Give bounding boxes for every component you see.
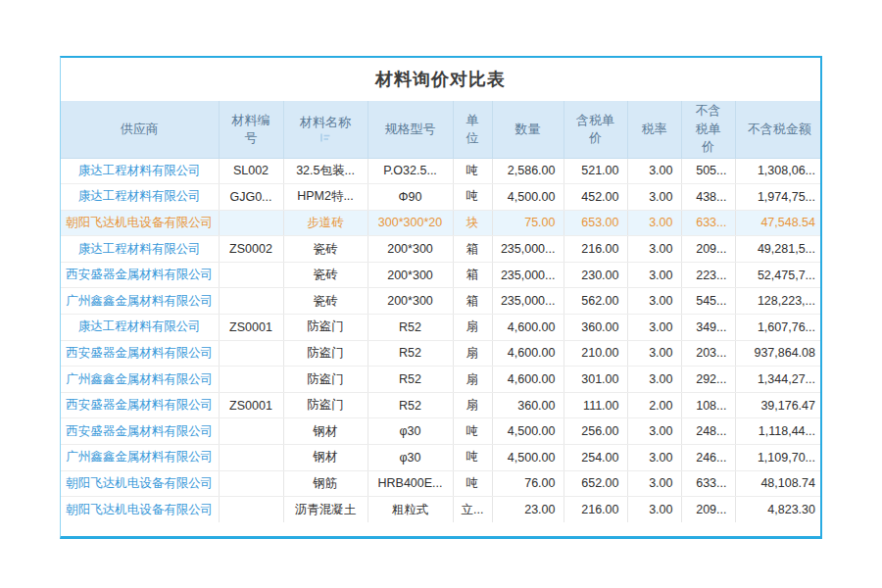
column-header-label: 供应商 — [121, 121, 159, 138]
table-header: 供应商材料编号材料名称规格型号单位数量含税单价税率不含税单价不含税金额 — [61, 101, 822, 158]
column-header-code: 材料编号 — [219, 101, 283, 158]
cell-price: 111.00 — [564, 392, 627, 418]
column-header-net_price: 不含税单价 — [681, 101, 735, 158]
table-row: 康达工程材料有限公司SL00232.5包装...P.O32.5...吨2,586… — [61, 158, 822, 184]
table-row: 康达工程材料有限公司ZS0001防盗门R52扇4,600.00360.003.0… — [61, 315, 822, 341]
cell-qty: 235,000... — [492, 288, 564, 315]
column-header-qty: 数量 — [492, 101, 564, 158]
cell-spec: Φ90 — [368, 184, 453, 211]
cell-name: 瓷砖 — [283, 288, 368, 315]
cell-spec: R52 — [368, 315, 453, 341]
table-row: 朝阳飞达机电设备有限公司步道砖300*300*20块75.00653.003.0… — [61, 210, 822, 236]
column-header-label: 材料编号 — [229, 112, 273, 147]
cell-spec: φ30 — [368, 418, 453, 445]
cell-net_price: 246... — [681, 445, 735, 471]
cell-unit: 扇 — [453, 315, 492, 341]
cell-unit: 箱 — [453, 262, 492, 288]
cell-code — [219, 340, 283, 367]
cell-name: HPM2特... — [283, 184, 368, 211]
cell-qty: 235,000... — [492, 236, 564, 263]
cell-tax: 3.00 — [627, 184, 681, 211]
cell-code — [219, 288, 283, 315]
column-header-tax: 税率 — [627, 101, 681, 158]
cell-code: SL002 — [219, 158, 283, 184]
cell-price: 216.00 — [564, 236, 627, 263]
cell-name: 沥青混凝土 — [283, 497, 368, 523]
column-header-name[interactable]: 材料名称 — [283, 101, 368, 158]
cell-price: 216.00 — [564, 497, 627, 523]
cell-name: 防盗门 — [283, 340, 368, 367]
column-header-price: 含税单价 — [564, 101, 627, 158]
supplier-link[interactable]: 西安盛器金属材料有限公司 — [61, 340, 219, 367]
cell-net_price: 505... — [681, 158, 735, 184]
cell-net_price: 209... — [681, 497, 735, 523]
cell-unit: 扇 — [453, 392, 492, 418]
cell-net_price: 203... — [681, 340, 735, 367]
supplier-link[interactable]: 西安盛器金属材料有限公司 — [61, 418, 219, 445]
cell-net_price: 209... — [681, 236, 735, 263]
supplier-link[interactable]: 朝阳飞达机电设备有限公司 — [61, 470, 219, 497]
cell-name: 钢材 — [283, 445, 368, 471]
table-row: 康达工程材料有限公司ZS0002瓷砖200*300箱235,000...216.… — [61, 236, 822, 263]
supplier-link[interactable]: 康达工程材料有限公司 — [61, 315, 219, 341]
table-row: 西安盛器金属材料有限公司ZS0001防盗门R52扇360.00111.002.0… — [61, 392, 822, 418]
cell-unit: 块 — [453, 210, 492, 236]
column-header-label: 税率 — [642, 121, 667, 138]
cell-tax: 3.00 — [627, 288, 681, 315]
cell-spec: R52 — [368, 367, 453, 393]
cell-code — [219, 497, 283, 523]
cell-qty: 23.00 — [492, 497, 564, 523]
cell-unit: 吨 — [453, 418, 492, 445]
cell-net_amount: 937,864.08 — [735, 340, 822, 367]
cell-qty: 4,500.00 — [492, 445, 564, 471]
cell-qty: 2,586.00 — [492, 158, 564, 184]
cell-qty: 76.00 — [492, 470, 564, 497]
cell-tax: 3.00 — [627, 236, 681, 263]
cell-net_price: 248... — [681, 418, 735, 445]
column-header-label: 材料名称 — [300, 114, 351, 131]
sort-icon[interactable] — [294, 132, 358, 144]
column-header-label: 单位 — [464, 112, 482, 147]
cell-code — [219, 470, 283, 497]
cell-tax: 3.00 — [627, 340, 681, 367]
cell-spec: 粗粒式 — [368, 497, 453, 523]
cell-tax: 3.00 — [627, 470, 681, 497]
supplier-link[interactable]: 康达工程材料有限公司 — [61, 158, 219, 184]
cell-unit: 吨 — [453, 184, 492, 211]
cell-name: 防盗门 — [283, 392, 368, 418]
column-header-label: 规格型号 — [385, 121, 436, 138]
cell-net_price: 108... — [681, 392, 735, 418]
supplier-link[interactable]: 广州鑫鑫金属材料有限公司 — [61, 288, 219, 315]
cell-net_amount: 47,548.54 — [735, 210, 822, 236]
supplier-link[interactable]: 广州鑫鑫金属材料有限公司 — [61, 445, 219, 471]
table-row: 广州鑫鑫金属材料有限公司防盗门R52扇4,600.00301.003.00292… — [61, 367, 822, 393]
column-header-label: 数量 — [515, 121, 541, 138]
cell-unit: 箱 — [453, 236, 492, 263]
supplier-link[interactable]: 广州鑫鑫金属材料有限公司 — [61, 367, 219, 393]
supplier-link[interactable]: 朝阳飞达机电设备有限公司 — [61, 497, 219, 523]
cell-price: 360.00 — [564, 315, 627, 341]
cell-spec: HRB400E... — [368, 470, 453, 497]
inquiry-comparison-panel: 材料询价对比表 供应商材料编号材料名称规格型号单位数量含税单价税率不含税单价不含… — [60, 56, 822, 539]
cell-net_amount: 39,176.47 — [735, 392, 822, 418]
supplier-link[interactable]: 西安盛器金属材料有限公司 — [61, 262, 219, 288]
cell-net_price: 438... — [681, 184, 735, 211]
cell-spec: 300*300*20 — [368, 210, 453, 236]
cell-tax: 3.00 — [627, 210, 681, 236]
supplier-link[interactable]: 康达工程材料有限公司 — [61, 184, 219, 211]
inquiry-table: 供应商材料编号材料名称规格型号单位数量含税单价税率不含税单价不含税金额 康达工程… — [61, 101, 822, 522]
supplier-link[interactable]: 朝阳飞达机电设备有限公司 — [61, 210, 219, 236]
cell-tax: 3.00 — [627, 367, 681, 393]
cell-name: 步道砖 — [283, 210, 368, 236]
cell-net_price: 292... — [681, 367, 735, 393]
cell-net_price: 545... — [681, 288, 735, 315]
cell-net_amount: 128,223,... — [735, 288, 822, 315]
supplier-link[interactable]: 康达工程材料有限公司 — [61, 236, 219, 263]
supplier-link[interactable]: 西安盛器金属材料有限公司 — [61, 392, 219, 418]
cell-net_price: 633... — [681, 470, 735, 497]
cell-unit: 吨 — [453, 445, 492, 471]
table-row: 朝阳飞达机电设备有限公司钢筋HRB400E...吨76.00652.003.00… — [61, 470, 822, 497]
cell-qty: 4,600.00 — [492, 315, 564, 341]
column-header-unit: 单位 — [453, 101, 492, 158]
cell-unit: 立... — [453, 497, 492, 523]
